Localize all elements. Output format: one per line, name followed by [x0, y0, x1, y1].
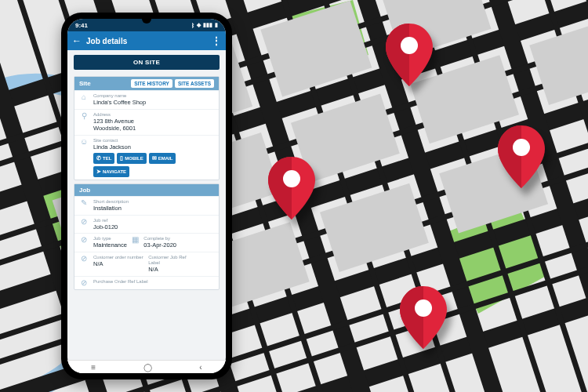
desc-value: Installation [93, 205, 214, 212]
calendar-icon: ▦ [131, 236, 139, 249]
svg-point-47 [415, 299, 432, 317]
android-nav-bar: ≡ ◯ ‹ [67, 360, 226, 373]
ref-value: Job-0120 [93, 223, 214, 230]
address-line1: 123 8th Avenue [93, 118, 214, 125]
desc-label: Short description [93, 199, 214, 205]
tag-icon: ⊘ [79, 218, 89, 231]
description-icon: ✎ [79, 199, 89, 212]
type-value: Maintenance [93, 241, 126, 249]
job-header: Job [79, 187, 90, 194]
mobile-icon: ▯ [120, 155, 123, 162]
tel-button[interactable]: ✆TEL [93, 153, 114, 164]
signal-icon: ▮▮▮ [203, 22, 212, 28]
address-icon: ⚲ [79, 112, 89, 132]
map-pin-icon[interactable] [267, 157, 316, 220]
page-title: Job details [86, 37, 127, 45]
ref-label: Job ref [93, 218, 214, 223]
back-icon[interactable]: ← [72, 36, 82, 45]
back-button[interactable]: ‹ [199, 363, 201, 372]
contact-icon: ☺ [79, 138, 89, 178]
cust-ref-label: Customer Job Ref Label [148, 255, 198, 266]
battery-icon: ▮ [215, 22, 218, 28]
map-pin-icon[interactable] [385, 24, 434, 86]
company-value: Linda's Coffee Shop [93, 99, 214, 106]
site-history-button[interactable]: SITE HISTORY [131, 79, 172, 88]
email-icon: ✉ [152, 155, 157, 162]
wifi-icon: ◈ [197, 22, 201, 28]
cust-order-value: N/A [93, 260, 143, 267]
complete-value: 03-Apr-2020 [143, 241, 176, 249]
cust-order-label: Customer order number [93, 255, 143, 260]
mobile-button[interactable]: ▯MOBILE [117, 153, 146, 164]
address-label: Address [93, 112, 214, 118]
contact-value: Linda Jackson [93, 143, 214, 151]
phone-frame: 9:41 ᛒ ◈ ▮▮▮ ▮ ← Job details ⋮ ON SITE S… [61, 13, 232, 379]
tag-icon: ⊘ [79, 255, 89, 274]
navigate-icon: ➤ [96, 169, 101, 175]
svg-point-45 [401, 37, 418, 54]
po-ref-label: Purchase Order Ref Label [93, 279, 214, 285]
phone-screen: 9:41 ᛒ ◈ ▮▮▮ ▮ ← Job details ⋮ ON SITE S… [67, 19, 226, 373]
svg-point-44 [283, 170, 300, 187]
site-assets-button[interactable]: SITE ASSETS [175, 79, 214, 88]
phone-icon: ✆ [96, 155, 101, 162]
tag-icon: ⊘ [79, 236, 89, 249]
tag-icon: ⊘ [79, 279, 89, 287]
company-icon: ⌂ [79, 93, 89, 107]
svg-point-46 [513, 139, 530, 156]
contact-label: Site contact [93, 138, 214, 143]
app-bar: ← Job details ⋮ [67, 31, 226, 50]
site-panel: Site SITE HISTORY SITE ASSETS ⌂ Company … [74, 76, 220, 180]
status-icons: ᛒ ◈ ▮▮▮ ▮ [191, 22, 218, 28]
map-pin-icon[interactable] [399, 286, 448, 349]
map-pin-icon[interactable] [497, 125, 546, 188]
recent-apps-button[interactable]: ≡ [91, 363, 96, 372]
address-line2: Woodside, 6001 [93, 125, 214, 132]
navigate-button[interactable]: ➤NAVIGATE [93, 166, 129, 177]
cust-ref-value: N/A [148, 266, 198, 273]
company-label: Company name [93, 93, 214, 99]
type-label: Job type [93, 236, 126, 241]
status-time: 9:41 [75, 22, 88, 29]
job-panel: Job ✎ Short description Installation ⊘ J… [74, 183, 220, 289]
complete-label: Complete by [143, 236, 176, 241]
home-button[interactable]: ◯ [143, 363, 152, 372]
overflow-menu-icon[interactable]: ⋮ [212, 35, 221, 46]
email-button[interactable]: ✉EMAIL [149, 153, 176, 164]
on-site-button[interactable]: ON SITE [74, 55, 220, 70]
site-header: Site [79, 80, 91, 87]
bluetooth-icon: ᛒ [191, 23, 194, 28]
